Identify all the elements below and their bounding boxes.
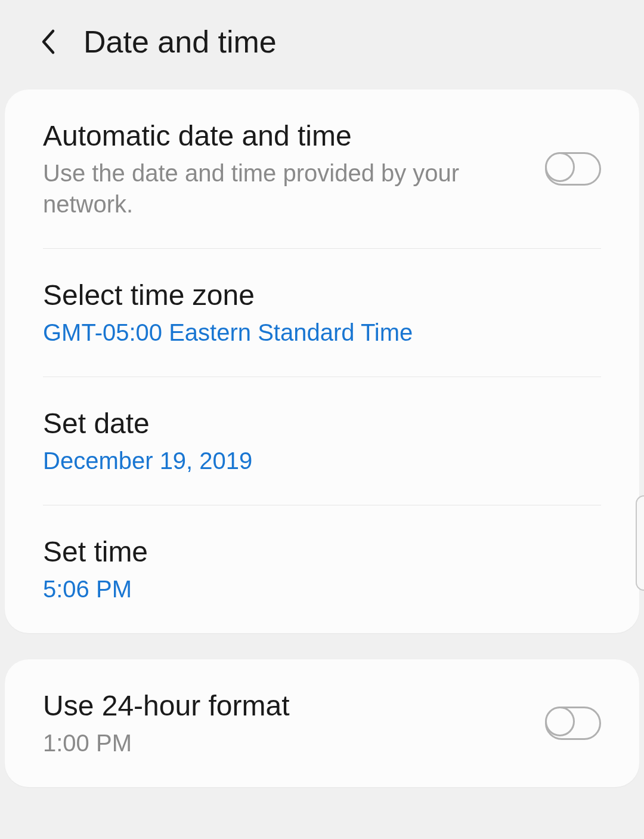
set-time-value: 5:06 PM [43, 573, 589, 604]
automatic-date-time-row[interactable]: Automatic date and time Use the date and… [5, 90, 639, 248]
row-content: Set date December 19, 2019 [43, 406, 601, 476]
scrollbar[interactable] [636, 495, 644, 591]
chevron-left-icon [40, 29, 55, 55]
settings-group-2: Use 24-hour format 1:00 PM [5, 659, 639, 787]
settings-group-1: Automatic date and time Use the date and… [5, 90, 639, 633]
use-24-hour-format-toggle[interactable] [545, 707, 601, 740]
set-date-value: December 19, 2019 [43, 445, 589, 476]
set-date-title: Set date [43, 406, 589, 442]
page-title: Date and time [83, 24, 277, 60]
row-content: Use 24-hour format 1:00 PM [43, 688, 545, 758]
set-time-row[interactable]: Set time 5:06 PM [5, 505, 639, 633]
automatic-date-time-title: Automatic date and time [43, 118, 533, 154]
select-time-zone-row[interactable]: Select time zone GMT-05:00 Eastern Stand… [5, 249, 639, 377]
row-content: Automatic date and time Use the date and… [43, 118, 545, 220]
back-button[interactable] [36, 30, 60, 54]
automatic-date-time-desc: Use the date and time provided by your n… [43, 158, 533, 220]
set-time-title: Set time [43, 534, 589, 570]
row-content: Select time zone GMT-05:00 Eastern Stand… [43, 277, 601, 348]
use-24-hour-format-row[interactable]: Use 24-hour format 1:00 PM [5, 659, 639, 787]
set-date-row[interactable]: Set date December 19, 2019 [5, 377, 639, 505]
select-time-zone-value: GMT-05:00 Eastern Standard Time [43, 317, 589, 348]
automatic-date-time-toggle[interactable] [545, 152, 601, 186]
select-time-zone-title: Select time zone [43, 277, 589, 313]
header: Date and time [0, 0, 644, 90]
use-24-hour-format-title: Use 24-hour format [43, 688, 533, 724]
use-24-hour-format-desc: 1:00 PM [43, 727, 533, 758]
row-content: Set time 5:06 PM [43, 534, 601, 604]
